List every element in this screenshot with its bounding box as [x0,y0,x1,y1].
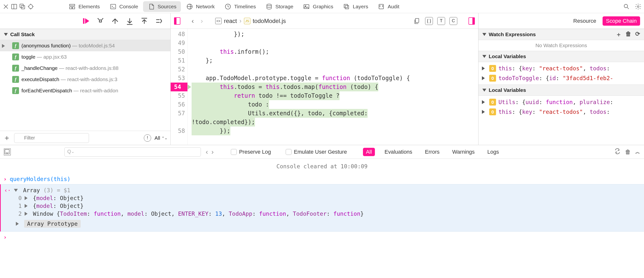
add-watch-button[interactable]: ＋ [616,31,622,38]
step-into-button[interactable] [110,16,120,26]
scope-header[interactable]: Local Variables [478,84,644,96]
scope-variable[interactable]: O Utils: {uuid: function, pluralize: [478,97,644,107]
scope-variable[interactable]: O todoToToggle: {id: "3facd5d1-feb2- [478,73,644,83]
breakpoint-marker[interactable]: 54 [171,83,188,91]
search-next-button[interactable]: › [211,148,214,156]
nav-back-button[interactable]: ‹ [190,17,196,25]
tab-audit[interactable]: Audit [373,1,404,12]
code-content[interactable]: }); this.inform(); }; app.TodoModel.prot… [188,29,478,145]
chevron-right-icon[interactable] [16,222,19,226]
callstack-frame[interactable]: ƒ executeDispatch — react-with-addons.js… [0,74,170,85]
function-badge-icon: ƒ [12,42,19,49]
right-panel-toggle[interactable] [468,17,475,25]
filter-all[interactable]: All [363,148,375,156]
clear-console-button[interactable]: 🗑 [625,149,631,155]
console-result: ‹· Array (3) = $1 0 {model: Object} 1 {m… [0,184,644,232]
callstack-filter-input[interactable] [14,133,89,143]
target-icon[interactable] [27,3,34,11]
chevron-right-icon[interactable] [24,212,28,216]
tab-elements[interactable]: Elements [64,1,104,12]
prototype-chip[interactable]: Array Prototype [24,220,81,228]
svg-rect-16 [379,4,384,9]
svg-rect-20 [415,18,419,22]
emulate-gesture-checkbox[interactable]: Emulate User Gesture [286,149,347,155]
chevron-down-icon[interactable] [14,189,18,192]
source-editor[interactable]: 48 49 50 51 52 53 54 55 56 57 58 }); thi… [171,29,478,145]
chevron-right-icon[interactable] [24,196,28,200]
refresh-watch-button[interactable]: ⟳ [635,31,640,38]
braces-icon[interactable]: { } [425,17,433,25]
array-item[interactable]: {model: Object} [33,195,84,201]
svg-rect-0 [12,4,17,9]
tab-sources[interactable]: Sources [143,1,181,12]
collapse-console-button[interactable]: ︽ [635,149,640,155]
coverage-icon[interactable]: C [450,17,457,25]
console-input-text[interactable]: queryHolders(this) [10,176,70,182]
breadcrumb-root[interactable]: react [224,18,237,25]
array-item[interactable]: {model: Object} [33,203,84,209]
callstack-frame[interactable]: ƒ _handleChange — react-with-addons.js:8… [0,63,170,74]
search-prev-button[interactable]: ‹ [206,148,208,156]
dock-bottom-icon[interactable] [18,3,26,11]
tab-layers[interactable]: Layers [338,1,372,12]
callstack-header[interactable]: Call Stack [0,29,170,40]
result-header[interactable]: Array (3) = $1 [23,187,70,194]
tab-graphics[interactable]: Graphics [298,1,338,12]
array-item[interactable]: Window {TodoItem: function, model: Objec… [33,211,364,217]
exclamation-icon[interactable]: ! [144,134,151,142]
mode-resource[interactable]: Resource [571,17,599,25]
breadcrumb-file[interactable]: todoModel.js [253,18,286,25]
left-panel-toggle[interactable] [174,17,180,25]
filter-logs[interactable]: Logs [484,148,502,156]
nav-forward-button[interactable]: › [199,17,205,25]
tab-console[interactable]: Console [105,1,142,12]
main-tabs: Elements Console Sources Network Timelin… [64,1,622,12]
console-search-input[interactable] [64,147,201,157]
tab-storage[interactable]: Storage [261,1,298,12]
gc-button[interactable] [614,148,620,156]
scope-variable[interactable]: O this: {key: "react-todos", todos: [478,107,644,117]
scope-header[interactable]: Local Variables [478,51,644,62]
filter-evaluations[interactable]: Evaluations [382,148,415,156]
frame-name: (anonymous function) [22,43,71,49]
watch-header[interactable]: Watch Expressions ＋ 🗑 ⟳ [478,29,644,40]
scope-variable[interactable]: O this: {key: "react-todos", todos: [478,64,644,73]
type-icon[interactable]: T [437,17,445,25]
dock-side-icon[interactable] [10,3,18,11]
network-icon [186,3,194,11]
chevron-right-icon[interactable] [24,204,28,208]
console-cleared-message: Console cleared at 10:00:09 [0,159,644,174]
svg-rect-7 [72,7,74,9]
mode-scope-chain[interactable]: Scope Chain [602,16,640,26]
continue-button[interactable] [81,16,90,26]
step-button[interactable] [154,16,164,26]
console-prompt[interactable]: › [0,232,644,243]
copy-icon[interactable] [413,17,421,25]
callstack-frame[interactable]: ƒ (anonymous function) — todoModel.js:54 [0,40,170,51]
frame-location: — app.jsx:63 [35,54,66,60]
gear-icon[interactable] [634,3,642,11]
filter-warnings[interactable]: Warnings [449,148,478,156]
add-button[interactable]: ＋ [3,133,11,143]
clear-watch-button[interactable]: 🗑 [626,31,631,38]
callstack-frame[interactable]: ƒ forEachEventDispatch — react-with-addo… [0,85,170,96]
svg-point-11 [267,4,271,6]
tab-label: Storage [276,4,294,10]
filter-errors[interactable]: Errors [422,148,442,156]
tab-label: Elements [78,4,100,10]
search-icon[interactable] [622,3,630,11]
frame-name: _handleChange [22,65,58,71]
close-icon[interactable] [2,3,10,11]
console-toggle-button[interactable] [4,149,11,155]
svg-rect-3 [21,5,24,9]
level-selector[interactable]: All ⌃⌄ [154,135,168,141]
preserve-log-checkbox[interactable]: Preserve Log [231,149,271,155]
callstack-frame[interactable]: ƒ toggle — app.jsx:63 [0,51,170,63]
graphics-icon [302,3,310,11]
step-over-button[interactable] [96,16,105,26]
tab-timelines[interactable]: Timelines [220,1,260,12]
step-out-button[interactable] [125,16,134,26]
step-up-button[interactable] [140,16,149,26]
line-gutter[interactable]: 48 49 50 51 52 53 54 55 56 57 58 [171,29,188,145]
tab-network[interactable]: Network [181,1,219,12]
